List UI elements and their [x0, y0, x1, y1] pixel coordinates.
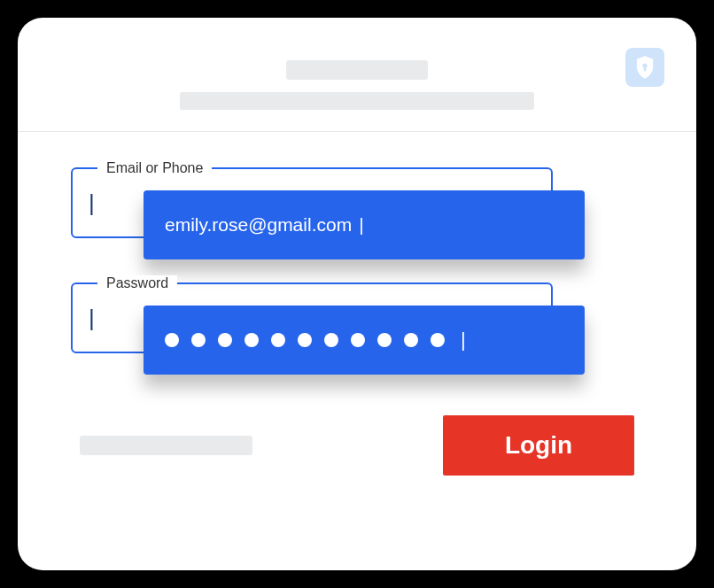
email-autofill-suggestion[interactable]: emily.rose@gmail.com | — [144, 190, 585, 259]
login-form: Email or Phone | emily.rose@gmail.com | … — [18, 132, 696, 502]
password-dot — [271, 333, 285, 347]
autofill-email-value: emily.rose@gmail.com | — [165, 214, 364, 236]
footer-link-placeholder[interactable] — [80, 436, 252, 455]
text-cursor: | — [461, 329, 466, 352]
password-dot — [298, 333, 312, 347]
login-card: Email or Phone | emily.rose@gmail.com | … — [18, 18, 696, 570]
password-dot — [324, 333, 338, 347]
svg-rect-1 — [644, 66, 647, 72]
password-dot — [191, 333, 206, 347]
password-dot — [244, 333, 259, 347]
password-dot — [431, 333, 445, 347]
page-title-placeholder — [286, 60, 428, 80]
lock-shield-icon — [635, 56, 655, 79]
text-cursor: | — [89, 190, 95, 216]
password-field-group: Password | | — [71, 282, 643, 353]
page-subtitle-placeholder — [180, 92, 534, 110]
password-dot — [377, 333, 392, 347]
password-dot — [351, 333, 365, 347]
header — [18, 18, 696, 132]
password-dot — [165, 333, 179, 347]
text-cursor: | — [89, 305, 95, 331]
password-dot — [218, 333, 232, 347]
masked-password-dots: | — [165, 329, 466, 352]
password-dot — [404, 333, 418, 347]
password-label: Password — [97, 275, 177, 291]
email-field-group: Email or Phone | emily.rose@gmail.com | — [71, 167, 643, 238]
email-label: Email or Phone — [97, 160, 212, 176]
password-manager-badge[interactable] — [625, 48, 664, 87]
password-autofill-suggestion[interactable]: | — [144, 306, 585, 375]
login-button[interactable]: Login — [443, 415, 634, 476]
form-footer: Login — [71, 415, 643, 476]
